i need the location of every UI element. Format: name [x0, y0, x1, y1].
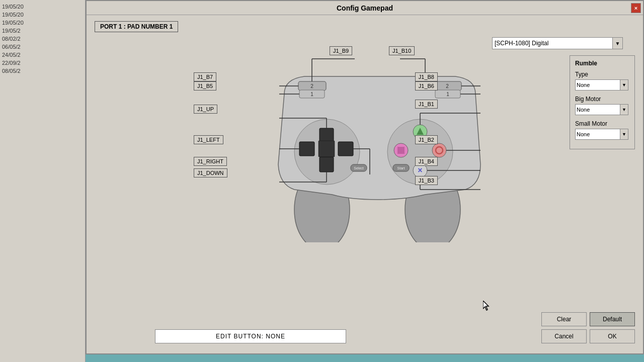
j1-b10-label[interactable]: J1_B10 — [389, 46, 415, 55]
pad-type-dropdown-arrow[interactable]: ▼ — [613, 37, 623, 49]
top-action-row: Clear Default — [541, 312, 635, 326]
svg-text:1: 1 — [310, 92, 313, 97]
rumble-panel: Rumble Type None Small Large Both ▼ Big … — [570, 55, 635, 149]
j1-b8-label[interactable]: J1_B8 — [415, 72, 438, 81]
rumble-type-wrap: None Small Large Both ▼ — [575, 79, 629, 90]
j1-b2-label[interactable]: J1_B2 — [415, 135, 438, 144]
j1-b1-label[interactable]: J1_B1 — [415, 100, 438, 109]
j1-right-label[interactable]: J1_RIGHT — [194, 157, 227, 166]
title-bar: Config Gamepad × — [87, 1, 643, 15]
rumble-small-motor-dropdown[interactable]: None 0 1 — [575, 129, 620, 140]
sidebar: 19/05/20 19/05/20 19/05/20 19/05/2 08/02… — [0, 0, 86, 362]
j1-b4-label[interactable]: J1_B4 — [415, 157, 438, 166]
svg-text:2: 2 — [446, 83, 449, 89]
j1-b7-label[interactable]: J1_B7 — [194, 72, 216, 81]
rumble-big-motor-wrap: None 0 1 ▼ — [575, 104, 629, 115]
rumble-small-motor-wrap: None 0 1 ▼ — [575, 129, 629, 140]
j1-b6-label[interactable]: J1_B6 — [415, 81, 438, 90]
dialog-body: PORT 1 : PAD NUMBER 1 [SCPH-1080] Digita… — [87, 15, 643, 353]
j1-b5-label[interactable]: J1_B5 — [194, 81, 216, 90]
svg-rect-14 — [397, 147, 405, 154]
rumble-big-motor-label: Big Motor — [575, 96, 629, 103]
sidebar-date-7: 24/05/2 — [0, 51, 85, 59]
rumble-title: Rumble — [575, 60, 629, 67]
svg-text:×: × — [418, 166, 422, 174]
action-buttons: Clear Default Cancel OK — [541, 312, 635, 343]
rumble-big-motor-section: Big Motor None 0 1 ▼ — [575, 96, 629, 115]
cancel-button[interactable]: Cancel — [541, 329, 587, 343]
sidebar-date-8: 22/09/2 — [0, 59, 85, 67]
rumble-type-section: Type None Small Large Both ▼ — [575, 71, 629, 90]
rumble-type-label: Type — [575, 71, 629, 78]
svg-point-15 — [432, 143, 446, 157]
rumble-big-motor-arrow[interactable]: ▼ — [620, 104, 628, 115]
clear-button[interactable]: Clear — [541, 312, 587, 326]
gamepad-diagram: × 2 1 2 1 Sel — [194, 46, 536, 247]
controller-svg: × 2 1 2 1 Sel — [234, 51, 526, 242]
sidebar-date-9: 08/05/2 — [0, 67, 85, 75]
sidebar-date-1: 19/05/20 — [0, 3, 85, 11]
svg-text:Select: Select — [354, 166, 364, 170]
sidebar-date-4: 19/05/2 — [0, 27, 85, 35]
j1-down-label[interactable]: J1_DOWN — [194, 168, 227, 177]
rumble-small-motor-label: Small Motor — [575, 120, 629, 127]
sidebar-date-2: 19/05/20 — [0, 11, 85, 19]
rumble-big-motor-dropdown[interactable]: None 0 1 — [575, 104, 620, 115]
j1-b9-label[interactable]: J1_B9 — [330, 46, 352, 55]
rumble-type-dropdown[interactable]: None Small Large Both — [575, 79, 620, 90]
edit-button-display: EDIT BUTTON: NONE — [155, 329, 346, 343]
rumble-small-motor-section: Small Motor None 0 1 ▼ — [575, 120, 629, 140]
j1-b3-label[interactable]: J1_B3 — [415, 176, 438, 185]
svg-rect-7 — [338, 142, 353, 156]
config-gamepad-dialog: Config Gamepad × PORT 1 : PAD NUMBER 1 [… — [86, 0, 644, 354]
j1-left-label[interactable]: J1_LEFT — [194, 135, 223, 144]
default-button[interactable]: Default — [590, 312, 635, 326]
svg-text:Start: Start — [397, 166, 405, 170]
svg-text:2: 2 — [310, 83, 313, 89]
sidebar-date-3: 19/05/20 — [0, 19, 85, 27]
rumble-type-arrow[interactable]: ▼ — [620, 79, 628, 90]
rumble-small-motor-arrow[interactable]: ▼ — [620, 129, 628, 140]
j1-up-label[interactable]: J1_UP — [194, 105, 217, 114]
sidebar-date-5: 08/02/2 — [0, 35, 85, 43]
svg-rect-8 — [318, 141, 335, 157]
svg-rect-5 — [319, 157, 334, 172]
sidebar-date-6: 06/05/2 — [0, 43, 85, 51]
ok-button[interactable]: OK — [590, 329, 635, 343]
svg-rect-6 — [299, 142, 314, 156]
dialog-title: Config Gamepad — [337, 4, 393, 12]
bottom-action-row: Cancel OK — [541, 329, 635, 343]
svg-text:1: 1 — [446, 92, 449, 97]
port-label: PORT 1 : PAD NUMBER 1 — [95, 21, 178, 32]
close-button[interactable]: × — [631, 3, 641, 13]
